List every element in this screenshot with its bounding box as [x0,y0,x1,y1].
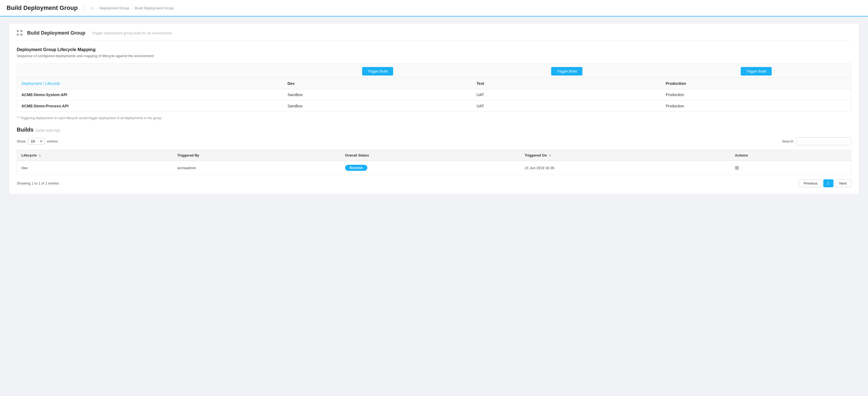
test-trigger-header: Trigger Build [472,64,661,78]
grid-dot-1 [17,30,19,32]
builds-status-col: Overall Status [341,150,520,161]
next-button[interactable]: Next [835,179,851,187]
builds-table: Lifecycle ⇅ Triggered By Overall Status … [17,150,851,175]
deployment-lifecycle-col: Deployment / Lifecycle [17,78,283,89]
trigger-build-test-button[interactable]: Trigger Build [551,67,582,76]
dev-col-header: Dev [283,78,472,89]
row1-production: Production [661,89,851,101]
status-badge: Success [345,165,367,171]
test-col-header: Test [472,78,661,89]
lifecycle-mapping-section: Deployment Group Lifecycle Mapping Seque… [17,47,851,120]
build-row1-status: Success [341,161,520,175]
build-row1-triggered-on: 21 Jun 2019 16:36 [520,161,731,175]
section-page-subtitle: Trigger deployment group build for an en… [92,31,172,35]
section-page-title: Build Deployment Group [27,30,85,36]
builds-title: Builds [17,126,33,133]
table-footer: Showing 1 to 1 of 1 entries Previous 1 N… [17,179,851,187]
row1-test: UAT [472,89,661,101]
top-header: Build Deployment Group ⌂ - Deployment Gr… [0,0,868,17]
header-divider [84,4,85,12]
builds-actions-col: Actions [731,150,851,161]
builds-lifecycle-col: Lifecycle ⇅ [17,150,173,161]
page-title: Build Deployment Group [7,4,78,11]
grid-dot-3 [17,33,19,36]
pagination: Previous 1 Next [799,179,851,187]
search-input[interactable] [797,137,851,145]
lifecycle-heading: Deployment Group Lifecycle Mapping [17,47,851,52]
row1-name: ACME-Demo-System-API [17,89,283,101]
production-trigger-header: Trigger Build [661,64,851,78]
table-row: ACME-Demo-Process-API Sandbox UAT Produc… [17,101,851,112]
build-row1-lifecycle: Dev [17,161,173,175]
build-row1-triggered-by: acmeadmin [173,161,341,175]
row2-test: UAT [472,101,661,112]
page-title-row: Build Deployment Group Trigger deploymen… [17,30,851,40]
table-row: ACME-Demo-System-API Sandbox UAT Product… [17,89,851,101]
breadcrumb-build-deployment-group: Build Deployment Group [135,6,174,10]
lifecycle-col-header [17,64,283,78]
main-content: Build Deployment Group Trigger deploymen… [0,17,868,207]
content-card: Build Deployment Group Trigger deploymen… [9,23,859,194]
breadcrumb: ⌂ - Deployment Group - Build Deployment … [91,5,174,10]
builds-heading: Builds Earlier build logs [17,126,851,133]
lifecycle-subtext: Sequence of configured deployments and m… [17,54,851,58]
show-label: Show [17,139,26,143]
dev-trigger-header: Trigger Build [283,64,472,78]
breadcrumb-deployment-group: Deployment Group [99,6,129,10]
entries-label: entries [47,139,58,143]
showing-entries-text: Showing 1 to 1 of 1 entries [17,181,59,186]
builds-subtitle: Earlier build logs [36,129,60,132]
home-icon[interactable]: ⌂ [91,5,94,10]
lifecycle-table: Trigger Build Trigger Build Trigger Buil… [17,63,851,112]
page-1-button[interactable]: 1 [823,179,833,187]
trigger-build-dev-button[interactable]: Trigger Build [362,67,393,76]
triggered-on-sort-icon[interactable]: ⇅ [549,154,551,157]
builds-triggered-by-col: Triggered By [173,150,341,161]
builds-controls: Show 10 25 50 100 entries Search: [17,137,851,145]
lifecycle-note: ** Triggering deployment on each lifecyc… [17,116,851,120]
entries-select[interactable]: 10 25 50 100 [28,138,45,145]
builds-table-row: Dev acmeadmin Success 21 Jun 2019 16:36 … [17,161,851,175]
row1-dev: Sandbox [283,89,472,101]
breadcrumb-sep-1: - [96,6,97,10]
search-label: Search: [782,139,794,143]
build-row1-actions: ⊞ [731,161,851,175]
deployment-lifecycle-link[interactable]: Deployment / Lifecycle [22,81,60,86]
row2-name: ACME-Demo-Process-API [17,101,283,112]
breadcrumb-sep-2: - [131,6,132,10]
trigger-build-production-button[interactable]: Trigger Build [741,67,772,76]
lifecycle-sort-icon[interactable]: ⇅ [39,154,41,157]
production-col-header: Production [661,78,851,89]
builds-triggered-on-col: Triggered On ⇅ [520,150,731,161]
grid-dot-2 [20,30,23,32]
search-area: Search: [782,137,851,145]
row2-dev: Sandbox [283,101,472,112]
grid-icon [17,30,23,36]
builds-section: Builds Earlier build logs Show 10 25 50 … [17,126,851,187]
show-entries-control: Show 10 25 50 100 entries [17,138,58,145]
view-action-icon[interactable]: ⊞ [735,165,739,171]
previous-button[interactable]: Previous [799,179,822,187]
row2-production: Production [661,101,851,112]
grid-dot-4 [20,33,23,36]
